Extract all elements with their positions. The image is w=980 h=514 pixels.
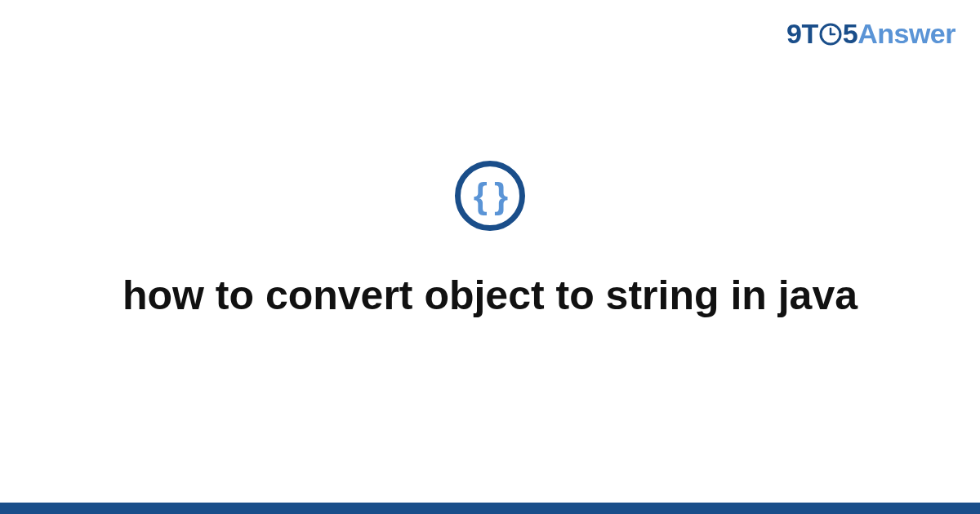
content-area: { } how to convert object to string in j… <box>0 0 980 514</box>
page-title: how to convert object to string in java <box>122 270 858 321</box>
social-card: 9 T 5 Answer { } how to convert object t… <box>0 0 980 514</box>
topic-icon-circle: { } <box>455 161 525 231</box>
code-braces-icon: { } <box>474 178 506 214</box>
footer-accent-bar <box>0 503 980 514</box>
